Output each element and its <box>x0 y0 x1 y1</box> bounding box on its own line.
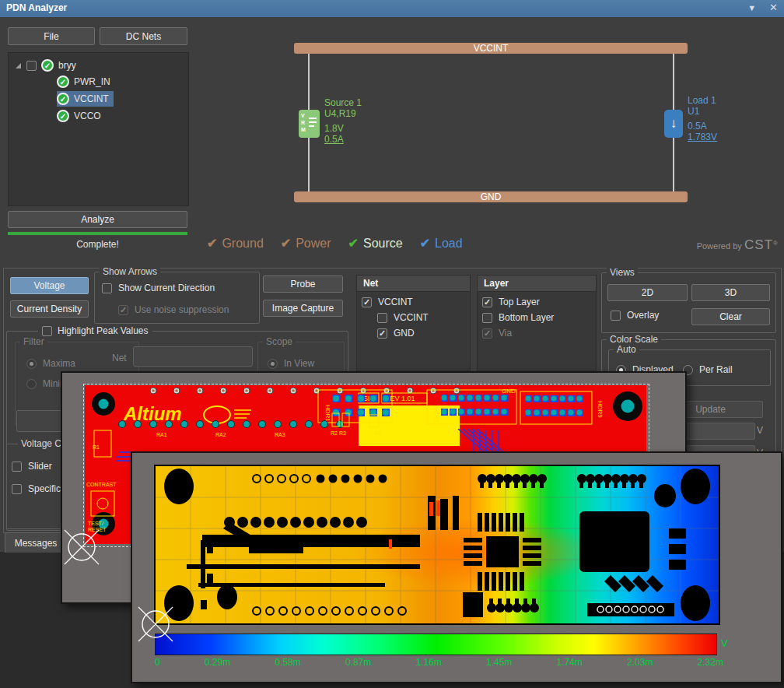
svg-text:HDR2: HDR2 <box>433 405 440 423</box>
load-labels: Load 1 U1 0.5A 1.783V <box>688 95 717 142</box>
svg-text:R1: R1 <box>93 444 100 450</box>
maxima-row: Maxima <box>26 358 75 369</box>
voltage-mode-button[interactable]: Voltage <box>10 277 89 294</box>
origin-marker-icon <box>134 602 177 646</box>
legend-source: ✔Source <box>348 236 403 251</box>
show-current-direction-checkbox[interactable] <box>102 283 112 293</box>
via-checkbox <box>482 328 492 339</box>
minima-radio <box>26 379 37 389</box>
tree-row-root[interactable]: ✓ bryy <box>15 58 76 73</box>
views-group: Views 2D 3D Overlay Clear <box>601 272 776 333</box>
window-title: PDN Analyzer <box>6 2 67 13</box>
file-button[interactable]: File <box>8 27 95 45</box>
check-circle-icon: ✓ <box>57 110 69 122</box>
net-tree: ✓ bryy ✓ PWR_IN ✓ VCCINT ✓ VCCO <box>8 52 189 206</box>
view-2d-button[interactable]: 2D <box>607 284 688 301</box>
voltage-color-scale <box>155 634 717 655</box>
source-voltage[interactable]: 1.8V <box>324 123 362 134</box>
voltage-heatmap-board[interactable] <box>154 465 720 625</box>
vrm-bars-icon <box>309 118 317 127</box>
legend-ground: ✔Ground <box>207 236 264 251</box>
layer-row-top[interactable]: Top Layer <box>482 297 540 307</box>
load-current[interactable]: 0.5A <box>688 121 717 132</box>
use-noise-suppression-checkbox <box>118 305 128 315</box>
layer-row-bottom[interactable]: Bottom Layer <box>482 312 554 323</box>
tree-row-vcco[interactable]: ✓ VCCO <box>57 108 101 124</box>
net-filter-input[interactable] <box>133 346 253 367</box>
analyze-status: Complete! <box>8 239 187 250</box>
layer-list-group: Layer Top Layer Bottom Layer Via <box>477 275 597 371</box>
layer-row-via: Via <box>482 328 512 339</box>
tab-messages[interactable]: Messages <box>5 532 67 553</box>
net-vccint-checkbox[interactable] <box>362 297 372 307</box>
check-circle-icon: ✓ <box>57 75 69 88</box>
powered-by-cst: Powered by CST® <box>646 237 778 253</box>
highlight-peak-checkbox[interactable] <box>42 326 52 336</box>
status-legend: ✔Ground ✔Power ✔Source ✔Load <box>207 236 463 251</box>
net-vccint-sub-checkbox[interactable] <box>377 313 387 323</box>
slider-checkbox[interactable] <box>12 462 22 472</box>
in-view-row: In View <box>268 358 314 369</box>
expand-arrow-icon[interactable] <box>15 62 22 69</box>
bottom-layer-checkbox[interactable] <box>482 313 492 323</box>
svg-text:S1: S1 <box>374 430 381 436</box>
dc-nets-button[interactable]: DC Nets <box>100 27 187 45</box>
net-row-vccint[interactable]: VCCINT <box>362 297 413 307</box>
specific-values-checkbox[interactable] <box>12 484 22 494</box>
image-capture-button[interactable]: Image Capture <box>263 300 343 317</box>
vrm-source-icon[interactable]: VRM <box>299 110 320 138</box>
check-circle-icon: ✓ <box>57 93 69 105</box>
load-title[interactable]: Load 1 <box>688 95 717 106</box>
load-icon[interactable]: ↓ <box>664 110 683 138</box>
net-row-vccint-sub[interactable]: VCCINT <box>377 312 429 323</box>
net-row-gnd[interactable]: GND <box>377 328 415 339</box>
tree-row-pwr-in[interactable]: ✓ PWR_IN <box>57 74 110 90</box>
svg-text:CONTRAST: CONTRAST <box>86 482 117 487</box>
tree-item-label[interactable]: PWR_IN <box>74 76 110 87</box>
highlight-peak-header[interactable]: Highlight Peak Values <box>38 325 152 336</box>
svg-text:RA3: RA3 <box>275 432 285 437</box>
ground-rail-gnd[interactable]: GND <box>294 191 688 202</box>
legend-load: ✔Load <box>420 236 463 251</box>
load-voltage[interactable]: 1.783V <box>688 132 717 142</box>
current-density-mode-button[interactable]: Current Density <box>10 300 89 318</box>
svg-text:HDR9: HDR9 <box>597 401 604 418</box>
source-title[interactable]: Source 1 <box>324 97 362 108</box>
analyze-progress-bar <box>8 232 187 235</box>
view-3d-button[interactable]: 3D <box>691 284 770 301</box>
svg-text:RA2: RA2 <box>215 432 226 437</box>
tree-item-label[interactable]: VCCINT <box>74 93 109 104</box>
slider-row[interactable]: Slider <box>12 461 52 472</box>
net-list-group: Net VCCINT VCCINT GND <box>356 275 471 371</box>
pcb-window-voltage-map[interactable]: V 00.29m 0.58m0.87m 1.16m1.45m 1.74m2.03… <box>131 451 782 683</box>
tree-row-vccint-selected[interactable]: ✓ VCCINT <box>57 91 114 107</box>
power-rail-vccint[interactable]: VCCINT <box>294 43 688 54</box>
probe-button[interactable]: Probe <box>263 276 343 293</box>
analyze-button[interactable]: Analyze <box>8 211 187 228</box>
title-bar: PDN Analyzer ▼ ✕ <box>0 0 784 17</box>
show-arrows-group: Show Arrows Show Current Direction Use n… <box>94 272 260 324</box>
close-icon[interactable]: ✕ <box>769 2 778 13</box>
overlay-row[interactable]: Overlay <box>611 310 659 321</box>
check-icon: ✔ <box>420 236 430 251</box>
window-menu-icon[interactable]: ▼ <box>747 3 756 12</box>
in-view-radio <box>268 359 278 369</box>
origin-marker-icon <box>60 525 103 569</box>
tree-root-label[interactable]: bryy <box>58 60 76 71</box>
cst-logo: CST <box>744 237 773 252</box>
show-current-direction-row[interactable]: Show Current Direction <box>102 283 215 293</box>
clear-button[interactable]: Clear <box>691 308 770 325</box>
svg-text:RA1: RA1 <box>156 432 167 437</box>
check-icon: ✔ <box>348 236 359 251</box>
root-checkbox[interactable] <box>26 61 37 71</box>
top-layer-checkbox[interactable] <box>482 297 492 307</box>
load-refs[interactable]: U1 <box>688 106 717 117</box>
gnd-silkscreen: GND <box>502 388 516 395</box>
down-arrow-icon: ↓ <box>670 116 677 132</box>
overlay-checkbox[interactable] <box>611 311 621 321</box>
net-gnd-checkbox[interactable] <box>377 328 387 339</box>
source-refs[interactable]: U4,R19 <box>324 108 362 119</box>
tree-item-label[interactable]: VCCO <box>74 111 101 121</box>
source-current[interactable]: 0.5A <box>324 134 362 145</box>
per-rail-row[interactable]: Per Rail <box>683 364 733 375</box>
